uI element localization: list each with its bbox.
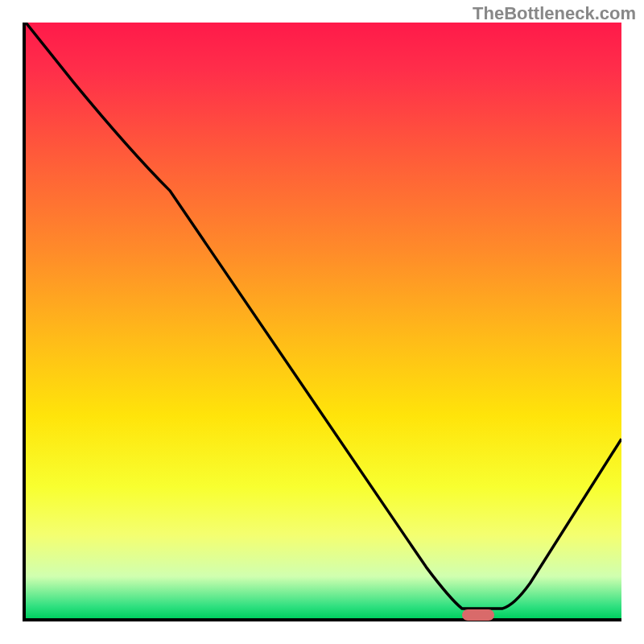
curve-path bbox=[26, 23, 621, 609]
bottleneck-curve bbox=[26, 23, 621, 618]
chart-plot-area bbox=[23, 23, 621, 621]
optimal-marker bbox=[462, 609, 494, 621]
watermark-text: TheBottleneck.com bbox=[473, 3, 636, 24]
